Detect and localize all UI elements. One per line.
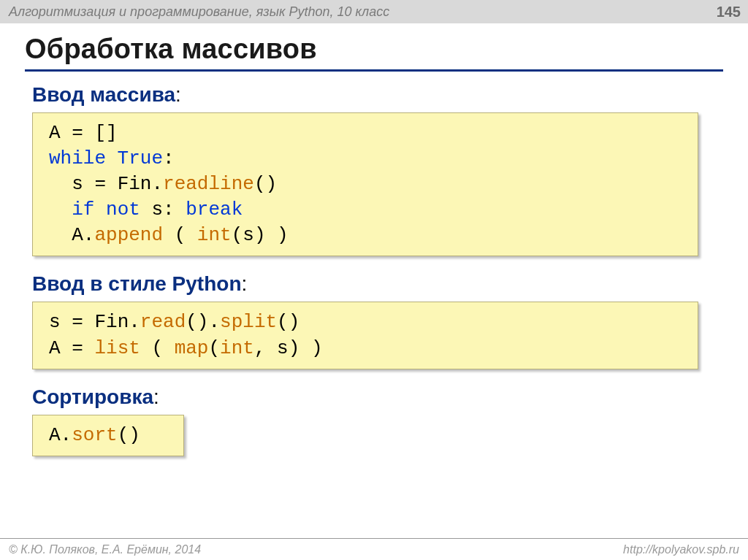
colon: : bbox=[242, 272, 248, 295]
copyright: © К.Ю. Поляков, Е.А. Ерёмин, 2014 bbox=[9, 543, 201, 556]
code-func: list bbox=[94, 337, 140, 359]
code-text: s bbox=[49, 173, 83, 195]
code-text: (s) ) bbox=[232, 224, 289, 246]
code-func: int bbox=[220, 337, 254, 359]
code-text: s: bbox=[140, 199, 186, 220]
code-block-1: A = [] while True: s = Fin.readline() if… bbox=[32, 112, 698, 256]
title-block: Обработка массивов bbox=[0, 23, 748, 72]
code-text: : bbox=[163, 147, 175, 169]
subhead-label: Ввод в стиле Python bbox=[32, 272, 242, 295]
code-func: map bbox=[175, 337, 209, 359]
code-func: sort bbox=[72, 424, 117, 446]
code-block-3: A.sort() bbox=[32, 415, 184, 456]
subhead-input-array: Ввод массива: bbox=[32, 83, 720, 107]
code-text: (). bbox=[186, 311, 220, 333]
code-func: int bbox=[197, 224, 232, 246]
code-keyword: while bbox=[49, 147, 106, 169]
content: Ввод массива: A = [] while True: s = Fin… bbox=[0, 72, 748, 469]
code-keyword: if not bbox=[72, 199, 140, 220]
code-text: = [] bbox=[61, 122, 118, 144]
code-text: = bbox=[61, 311, 95, 333]
code-func: split bbox=[220, 311, 277, 333]
code-text: = bbox=[83, 173, 118, 195]
code-text: ( bbox=[208, 337, 220, 359]
colon: : bbox=[175, 83, 181, 106]
code-text: ( bbox=[140, 337, 175, 359]
code-text: A. bbox=[49, 424, 72, 446]
colon: : bbox=[153, 386, 159, 408]
code-text: ( bbox=[163, 224, 197, 246]
code-text: Fin. bbox=[94, 311, 140, 333]
code-text: s bbox=[49, 311, 61, 333]
code-func: readline bbox=[163, 173, 254, 195]
subhead-python-style: Ввод в стиле Python: bbox=[32, 272, 720, 296]
subhead-label: Сортировка bbox=[32, 386, 153, 408]
footer-url: http://kpolyakov.spb.ru bbox=[623, 543, 739, 556]
page-number: 145 bbox=[717, 4, 741, 20]
subhead-label: Ввод массива bbox=[32, 83, 175, 106]
code-text: A. bbox=[49, 224, 94, 246]
slide-title: Обработка массивов bbox=[25, 34, 723, 65]
code-text bbox=[49, 199, 72, 220]
code-text: () bbox=[277, 311, 299, 333]
code-text: A bbox=[49, 337, 61, 359]
code-text: A bbox=[49, 122, 61, 144]
slide: Алгоритмизация и программирование, язык … bbox=[0, 0, 748, 560]
course-title: Алгоритмизация и программирование, язык … bbox=[9, 4, 389, 20]
slide-header: Алгоритмизация и программирование, язык … bbox=[0, 0, 748, 23]
code-func: read bbox=[140, 311, 186, 333]
code-text: () bbox=[118, 424, 140, 446]
code-text: Fin. bbox=[118, 173, 163, 195]
code-keyword: break bbox=[186, 199, 243, 220]
code-text: , s) ) bbox=[254, 337, 323, 359]
code-block-2: s = Fin.read().split() A = list ( map(in… bbox=[32, 302, 698, 369]
code-keyword: True bbox=[106, 147, 163, 169]
code-func: append bbox=[94, 224, 163, 246]
code-text: () bbox=[254, 173, 277, 195]
slide-footer: © К.Ю. Поляков, Е.А. Ерёмин, 2014 http:/… bbox=[0, 538, 748, 560]
code-text: = bbox=[61, 337, 95, 359]
subhead-sorting: Сортировка: bbox=[32, 386, 720, 409]
